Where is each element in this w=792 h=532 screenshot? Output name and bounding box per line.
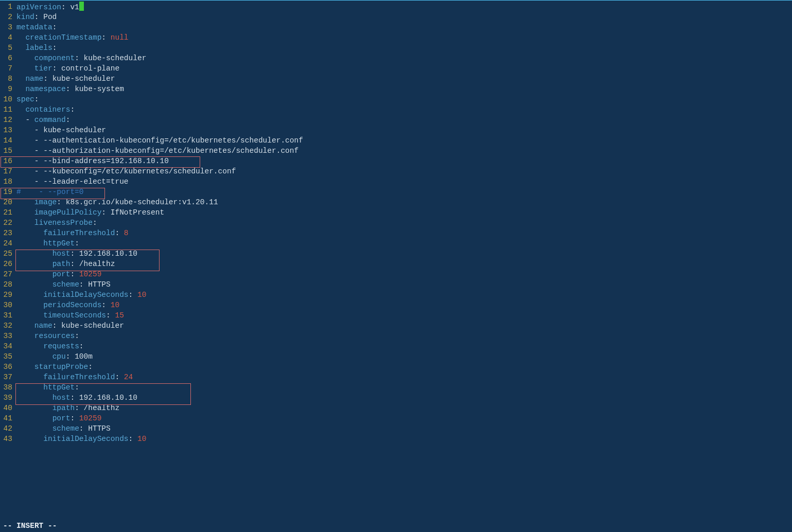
code-line[interactable]: 33 resources: xyxy=(0,331,792,341)
token-colon: : xyxy=(57,198,65,206)
code-content[interactable]: - --authorization-kubeconfig=/etc/kubern… xyxy=(14,146,298,156)
code-content[interactable]: - kube-scheduler xyxy=(14,125,106,135)
code-content[interactable]: cpu: 100m xyxy=(14,351,93,362)
line-number: 17 xyxy=(0,166,14,176)
code-content[interactable]: name: kube-scheduler xyxy=(14,321,124,331)
code-line[interactable]: 39 host: 192.168.10.10 xyxy=(0,393,792,403)
code-line[interactable]: 17 - --kubeconfig=/etc/kubernetes/schedu… xyxy=(0,166,792,176)
token-colon: : xyxy=(70,270,79,278)
token-val: Pod xyxy=(43,13,57,21)
code-content[interactable]: - --leader-elect=true xyxy=(14,176,129,187)
code-content[interactable]: namespace: kube-system xyxy=(14,84,124,94)
code-line[interactable]: 7 tier: control-plane xyxy=(0,63,792,74)
code-line[interactable]: 20 image: k8s.gcr.io/kube-scheduler:v1.2… xyxy=(0,197,792,207)
code-content[interactable]: component: kube-scheduler xyxy=(14,53,146,63)
code-line[interactable]: 23 failureThreshold: 8 xyxy=(0,228,792,238)
code-content[interactable]: scheme: HTTPS xyxy=(14,423,111,434)
code-line[interactable]: 14 - --authentication-kubeconfig=/etc/ku… xyxy=(0,135,792,146)
code-content[interactable]: host: 192.168.10.10 xyxy=(14,249,137,259)
code-content[interactable]: metadata: xyxy=(14,22,57,32)
code-content[interactable]: initialDelaySeconds: 10 xyxy=(14,434,146,444)
code-line[interactable]: 8 name: kube-scheduler xyxy=(0,74,792,84)
code-line[interactable]: 32 name: kube-scheduler xyxy=(0,321,792,331)
line-number: 13 xyxy=(0,125,14,135)
code-line[interactable]: 18 - --leader-elect=true xyxy=(0,176,792,187)
code-content[interactable]: httpGet: xyxy=(14,238,79,249)
code-content[interactable]: startupProbe: xyxy=(14,362,93,372)
code-content[interactable]: spec: xyxy=(14,94,39,104)
line-number: 36 xyxy=(0,362,14,372)
code-line[interactable]: 1apiVersion: v1 xyxy=(0,2,792,12)
code-line[interactable]: 19# - --port=0 xyxy=(0,187,792,197)
code-content[interactable]: path: /healthz xyxy=(14,259,115,269)
token-val xyxy=(16,363,34,371)
code-line[interactable]: 13 - kube-scheduler xyxy=(0,125,792,135)
code-line[interactable]: 16 - --bind-address=192.168.10.10 xyxy=(0,156,792,166)
code-line[interactable]: 27 port: 10259 xyxy=(0,269,792,279)
code-content[interactable]: scheme: HTTPS xyxy=(14,279,111,290)
code-line[interactable]: 12 - command: xyxy=(0,115,792,125)
token-num: 10259 xyxy=(79,270,102,278)
code-content[interactable]: ipath: /healthz xyxy=(14,403,119,413)
code-line[interactable]: 30 periodSeconds: 10 xyxy=(0,300,792,310)
code-line[interactable]: 21 imagePullPolicy: IfNotPresent xyxy=(0,207,792,218)
code-content[interactable]: - command: xyxy=(14,115,70,125)
code-content[interactable]: tier: control-plane xyxy=(14,63,119,74)
code-line[interactable]: 34 requests: xyxy=(0,341,792,351)
code-line[interactable]: 5 labels: xyxy=(0,43,792,53)
line-number: 42 xyxy=(0,423,14,434)
code-content[interactable]: port: 10259 xyxy=(14,413,101,423)
code-line[interactable]: 40 ipath: /healthz xyxy=(0,403,792,413)
code-content[interactable]: labels: xyxy=(14,43,57,53)
token-colon: : xyxy=(66,116,71,124)
code-content[interactable]: apiVersion: v1 xyxy=(14,2,84,12)
code-content[interactable]: name: kube-scheduler xyxy=(14,74,115,84)
code-line[interactable]: 35 cpu: 100m xyxy=(0,351,792,362)
code-content[interactable]: image: k8s.gcr.io/kube-scheduler:v1.20.1… xyxy=(14,197,218,207)
code-line[interactable]: 6 component: kube-scheduler xyxy=(0,53,792,63)
code-content[interactable]: kind: Pod xyxy=(14,12,57,22)
code-content[interactable]: port: 10259 xyxy=(14,269,101,279)
code-line[interactable]: 31 timeoutSeconds: 15 xyxy=(0,310,792,321)
code-content[interactable]: # - --port=0 xyxy=(14,187,84,197)
code-editor[interactable]: 1apiVersion: v12kind: Pod3metadata:4 cre… xyxy=(0,1,792,444)
code-line[interactable]: 29 initialDelaySeconds: 10 xyxy=(0,290,792,300)
code-content[interactable]: initialDelaySeconds: 10 xyxy=(14,290,146,300)
code-content[interactable]: failureThreshold: 8 xyxy=(14,228,129,238)
code-line[interactable]: 22 livenessProbe: xyxy=(0,218,792,228)
code-content[interactable]: timeoutSeconds: 15 xyxy=(14,310,124,321)
code-line[interactable]: 15 - --authorization-kubeconfig=/etc/kub… xyxy=(0,146,792,156)
code-content[interactable]: - --kubeconfig=/etc/kubernetes/scheduler… xyxy=(14,166,236,176)
code-content[interactable]: periodSeconds: 10 xyxy=(14,300,119,310)
code-content[interactable]: failureThreshold: 24 xyxy=(14,372,133,382)
code-content[interactable]: creationTimestamp: null xyxy=(14,32,129,43)
code-content[interactable]: - --authentication-kubeconfig=/etc/kuber… xyxy=(14,135,303,146)
code-line[interactable]: 4 creationTimestamp: null xyxy=(0,32,792,43)
code-content[interactable]: - --bind-address=192.168.10.10 xyxy=(14,156,169,166)
code-line[interactable]: 11 containers: xyxy=(0,104,792,115)
code-line[interactable]: 37 failureThreshold: 24 xyxy=(0,372,792,382)
code-line[interactable]: 25 host: 192.168.10.10 xyxy=(0,249,792,259)
code-line[interactable]: 28 scheme: HTTPS xyxy=(0,279,792,290)
code-line[interactable]: 41 port: 10259 xyxy=(0,413,792,423)
token-colon: : xyxy=(88,363,93,371)
line-number: 20 xyxy=(0,197,14,207)
code-line[interactable]: 26 path: /healthz xyxy=(0,259,792,269)
code-content[interactable]: resources: xyxy=(14,331,79,341)
code-line[interactable]: 24 httpGet: xyxy=(0,238,792,249)
code-content[interactable]: requests: xyxy=(14,341,84,351)
code-line[interactable]: 38 httpGet: xyxy=(0,382,792,393)
code-line[interactable]: 9 namespace: kube-system xyxy=(0,84,792,94)
code-content[interactable]: containers: xyxy=(14,104,75,115)
code-content[interactable]: httpGet: xyxy=(14,382,79,393)
code-line[interactable]: 42 scheme: HTTPS xyxy=(0,423,792,434)
code-content[interactable]: host: 192.168.10.10 xyxy=(14,393,137,403)
code-line[interactable]: 43 initialDelaySeconds: 10 xyxy=(0,434,792,444)
token-val xyxy=(16,280,52,289)
code-line[interactable]: 36 startupProbe: xyxy=(0,362,792,372)
code-line[interactable]: 3metadata: xyxy=(0,22,792,32)
code-content[interactable]: imagePullPolicy: IfNotPresent xyxy=(14,207,164,218)
code-line[interactable]: 10spec: xyxy=(0,94,792,104)
code-content[interactable]: livenessProbe: xyxy=(14,218,97,228)
code-line[interactable]: 2kind: Pod xyxy=(0,12,792,22)
